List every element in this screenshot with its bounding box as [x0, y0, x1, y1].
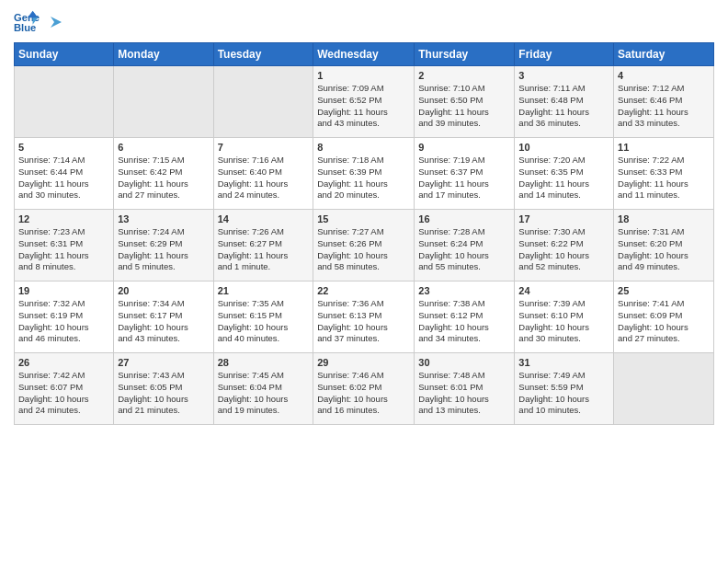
calendar-day-cell: 31Sunrise: 7:49 AM Sunset: 5:59 PM Dayli… — [515, 353, 614, 425]
calendar-day-cell — [114, 66, 213, 138]
calendar-day-cell: 28Sunrise: 7:45 AM Sunset: 6:04 PM Dayli… — [213, 353, 313, 425]
day-info: Sunrise: 7:28 AM Sunset: 6:24 PM Dayligh… — [418, 226, 510, 273]
weekday-header: Wednesday — [313, 43, 415, 66]
calendar-table: SundayMondayTuesdayWednesdayThursdayFrid… — [14, 42, 714, 425]
day-info: Sunrise: 7:18 AM Sunset: 6:39 PM Dayligh… — [317, 155, 410, 201]
weekday-header: Monday — [114, 43, 213, 66]
day-number: 16 — [418, 213, 510, 224]
day-info: Sunrise: 7:39 AM Sunset: 6:10 PM Dayligh… — [518, 298, 609, 345]
calendar-week-row: 12Sunrise: 7:23 AM Sunset: 6:31 PM Dayli… — [15, 210, 714, 282]
day-number: 31 — [518, 357, 609, 368]
calendar-day-cell: 30Sunrise: 7:48 AM Sunset: 6:01 PM Dayli… — [415, 353, 515, 425]
day-number: 3 — [518, 70, 609, 81]
calendar-day-cell: 17Sunrise: 7:30 AM Sunset: 6:22 PM Dayli… — [515, 210, 614, 282]
calendar-day-cell: 21Sunrise: 7:35 AM Sunset: 6:15 PM Dayli… — [213, 282, 313, 353]
day-number: 21 — [218, 285, 310, 296]
calendar-day-cell: 7Sunrise: 7:16 AM Sunset: 6:40 PM Daylig… — [213, 138, 313, 210]
calendar-day-cell: 15Sunrise: 7:27 AM Sunset: 6:26 PM Dayli… — [313, 210, 415, 282]
day-info: Sunrise: 7:22 AM Sunset: 6:33 PM Dayligh… — [618, 155, 710, 201]
weekday-header: Sunday — [15, 43, 114, 66]
calendar-day-cell: 13Sunrise: 7:24 AM Sunset: 6:29 PM Dayli… — [114, 210, 213, 282]
day-number: 7 — [218, 142, 310, 153]
day-info: Sunrise: 7:09 AM Sunset: 6:52 PM Dayligh… — [317, 83, 410, 130]
day-number: 27 — [118, 357, 209, 368]
day-number: 5 — [18, 142, 109, 153]
day-number: 23 — [418, 285, 510, 296]
day-number: 20 — [118, 285, 209, 296]
day-info: Sunrise: 7:11 AM Sunset: 6:48 PM Dayligh… — [518, 83, 609, 130]
day-number: 2 — [418, 70, 510, 81]
day-number: 14 — [218, 213, 310, 224]
calendar-day-cell: 12Sunrise: 7:23 AM Sunset: 6:31 PM Dayli… — [15, 210, 114, 282]
day-info: Sunrise: 7:42 AM Sunset: 6:07 PM Dayligh… — [18, 370, 109, 417]
calendar-day-cell: 26Sunrise: 7:42 AM Sunset: 6:07 PM Dayli… — [15, 353, 114, 425]
day-info: Sunrise: 7:20 AM Sunset: 6:35 PM Dayligh… — [518, 155, 609, 201]
day-info: Sunrise: 7:19 AM Sunset: 6:37 PM Dayligh… — [418, 155, 510, 201]
day-info: Sunrise: 7:38 AM Sunset: 6:12 PM Dayligh… — [418, 298, 510, 345]
logo-icon: General Blue — [14, 9, 40, 35]
page-container: General Blue SundayMondayTuesdayWednesda… — [0, 0, 728, 434]
day-info: Sunrise: 7:35 AM Sunset: 6:15 PM Dayligh… — [218, 298, 310, 345]
day-number: 25 — [618, 285, 710, 296]
day-info: Sunrise: 7:49 AM Sunset: 5:59 PM Dayligh… — [518, 370, 609, 417]
day-info: Sunrise: 7:12 AM Sunset: 6:46 PM Dayligh… — [618, 83, 710, 130]
day-number: 9 — [418, 142, 510, 153]
day-info: Sunrise: 7:10 AM Sunset: 6:50 PM Dayligh… — [418, 83, 510, 130]
day-number: 12 — [18, 213, 109, 224]
calendar-day-cell: 23Sunrise: 7:38 AM Sunset: 6:12 PM Dayli… — [415, 282, 515, 353]
day-number: 15 — [317, 213, 410, 224]
day-number: 1 — [317, 70, 410, 81]
day-info: Sunrise: 7:30 AM Sunset: 6:22 PM Dayligh… — [518, 226, 609, 273]
day-info: Sunrise: 7:45 AM Sunset: 6:04 PM Dayligh… — [218, 370, 310, 417]
calendar-day-cell: 29Sunrise: 7:46 AM Sunset: 6:02 PM Dayli… — [313, 353, 415, 425]
day-number: 22 — [317, 285, 410, 296]
calendar-day-cell: 22Sunrise: 7:36 AM Sunset: 6:13 PM Dayli… — [313, 282, 415, 353]
day-number: 28 — [218, 357, 310, 368]
day-info: Sunrise: 7:43 AM Sunset: 6:05 PM Dayligh… — [118, 370, 209, 417]
weekday-header: Saturday — [614, 43, 714, 66]
day-info: Sunrise: 7:31 AM Sunset: 6:20 PM Dayligh… — [618, 226, 710, 273]
calendar-week-row: 19Sunrise: 7:32 AM Sunset: 6:19 PM Dayli… — [15, 282, 714, 353]
calendar-week-row: 5Sunrise: 7:14 AM Sunset: 6:44 PM Daylig… — [15, 138, 714, 210]
day-info: Sunrise: 7:15 AM Sunset: 6:42 PM Dayligh… — [118, 155, 209, 201]
calendar-day-cell: 3Sunrise: 7:11 AM Sunset: 6:48 PM Daylig… — [515, 66, 614, 138]
calendar-day-cell: 16Sunrise: 7:28 AM Sunset: 6:24 PM Dayli… — [415, 210, 515, 282]
logo: General Blue — [14, 9, 65, 35]
calendar-day-cell: 20Sunrise: 7:34 AM Sunset: 6:17 PM Dayli… — [114, 282, 213, 353]
calendar-day-cell — [15, 66, 114, 138]
weekday-header: Thursday — [415, 43, 515, 66]
day-info: Sunrise: 7:32 AM Sunset: 6:19 PM Dayligh… — [18, 298, 109, 345]
day-info: Sunrise: 7:34 AM Sunset: 6:17 PM Dayligh… — [118, 298, 209, 345]
calendar-day-cell: 10Sunrise: 7:20 AM Sunset: 6:35 PM Dayli… — [515, 138, 614, 210]
calendar-day-cell: 6Sunrise: 7:15 AM Sunset: 6:42 PM Daylig… — [114, 138, 213, 210]
day-info: Sunrise: 7:41 AM Sunset: 6:09 PM Dayligh… — [618, 298, 710, 345]
day-number: 18 — [618, 213, 710, 224]
weekday-header: Friday — [515, 43, 614, 66]
weekday-header-row: SundayMondayTuesdayWednesdayThursdayFrid… — [15, 43, 714, 66]
calendar-week-row: 1Sunrise: 7:09 AM Sunset: 6:52 PM Daylig… — [15, 66, 714, 138]
day-info: Sunrise: 7:26 AM Sunset: 6:27 PM Dayligh… — [218, 226, 310, 273]
calendar-day-cell: 5Sunrise: 7:14 AM Sunset: 6:44 PM Daylig… — [15, 138, 114, 210]
day-number: 13 — [118, 213, 209, 224]
day-info: Sunrise: 7:24 AM Sunset: 6:29 PM Dayligh… — [118, 226, 209, 273]
day-number: 6 — [118, 142, 209, 153]
calendar-day-cell: 4Sunrise: 7:12 AM Sunset: 6:46 PM Daylig… — [614, 66, 714, 138]
day-number: 26 — [18, 357, 109, 368]
day-number: 11 — [618, 142, 710, 153]
calendar-day-cell — [614, 353, 714, 425]
calendar-day-cell: 19Sunrise: 7:32 AM Sunset: 6:19 PM Dayli… — [15, 282, 114, 353]
calendar-day-cell: 18Sunrise: 7:31 AM Sunset: 6:20 PM Dayli… — [614, 210, 714, 282]
day-info: Sunrise: 7:27 AM Sunset: 6:26 PM Dayligh… — [317, 226, 410, 273]
calendar-day-cell: 1Sunrise: 7:09 AM Sunset: 6:52 PM Daylig… — [313, 66, 415, 138]
day-info: Sunrise: 7:14 AM Sunset: 6:44 PM Dayligh… — [18, 155, 109, 201]
calendar-day-cell: 2Sunrise: 7:10 AM Sunset: 6:50 PM Daylig… — [415, 66, 515, 138]
day-info: Sunrise: 7:36 AM Sunset: 6:13 PM Dayligh… — [317, 298, 410, 345]
calendar-day-cell: 27Sunrise: 7:43 AM Sunset: 6:05 PM Dayli… — [114, 353, 213, 425]
calendar-day-cell — [213, 66, 313, 138]
weekday-header: Tuesday — [213, 43, 313, 66]
day-number: 4 — [618, 70, 710, 81]
day-number: 17 — [518, 213, 609, 224]
day-info: Sunrise: 7:48 AM Sunset: 6:01 PM Dayligh… — [418, 370, 510, 417]
calendar-day-cell: 8Sunrise: 7:18 AM Sunset: 6:39 PM Daylig… — [313, 138, 415, 210]
day-number: 24 — [518, 285, 609, 296]
